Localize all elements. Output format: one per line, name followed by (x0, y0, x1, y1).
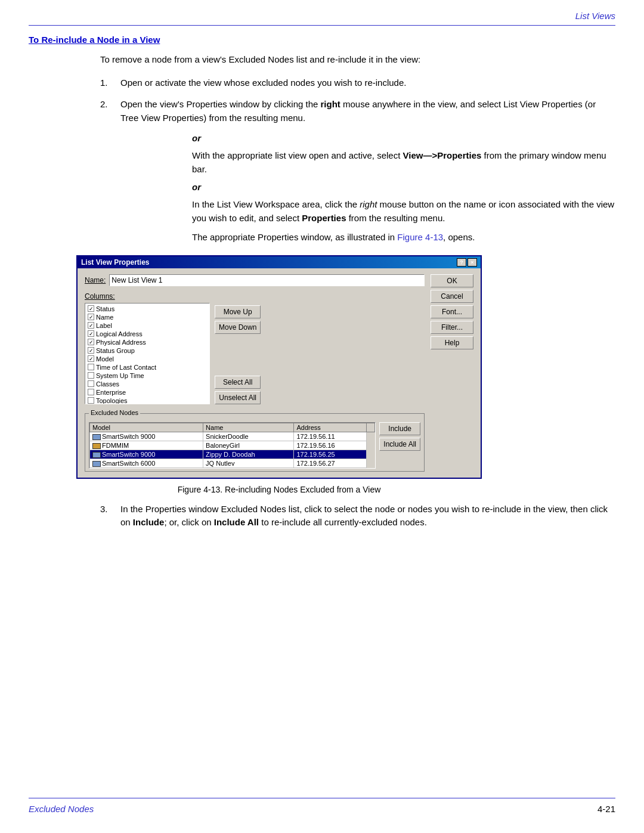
help-titlebar-btn[interactable]: ? (457, 258, 466, 267)
col-checkbox-7[interactable] (88, 364, 94, 370)
dialog-title: List View Properties (81, 258, 150, 267)
name-input[interactable] (109, 274, 425, 286)
excl-addr-0: 172.19.56.11 (294, 432, 367, 441)
columns-list[interactable]: ✓Status✓Name✓Label✓Logical Address✓Physi… (85, 303, 210, 404)
col-label-3: Logical Address (96, 330, 143, 337)
column-item-2[interactable]: ✓Label (86, 321, 208, 330)
col-checkbox-9[interactable] (88, 380, 94, 387)
col-label-10: Enterprise (96, 389, 126, 396)
column-item-0[interactable]: ✓Status (86, 305, 208, 313)
name-row: Name: (85, 274, 425, 286)
sub-text-1: With the appropriate list view open and … (192, 149, 615, 176)
include-button[interactable]: Include (379, 422, 420, 435)
excl-col-scroll (367, 423, 375, 432)
step-3-container: 3. In the Properties window Excluded Nod… (100, 503, 615, 529)
excl-area: Model Name Address SmartSwitch 9000 (89, 422, 420, 469)
titlebar-buttons: ? × (457, 258, 477, 267)
move-up-button[interactable]: Move Up (215, 305, 261, 318)
column-item-6[interactable]: ✓Model (86, 355, 208, 363)
column-item-8[interactable]: System Up Time (86, 371, 208, 380)
font-button[interactable]: Font... (431, 305, 473, 318)
select-all-button[interactable]: Select All (215, 376, 261, 389)
model-icon-1 (92, 443, 101, 449)
col-checkbox-0[interactable]: ✓ (88, 305, 94, 312)
filter-button[interactable]: Filter... (431, 321, 473, 334)
excl-row-1[interactable]: FDMMIMBaloneyGirl172.19.56.16 (90, 441, 375, 450)
model-text-1: FDMMIM (102, 442, 129, 449)
dialog-body: Name: Columns: ✓Status✓Name✓Label✓Logica… (78, 268, 481, 478)
col-checkbox-6[interactable]: ✓ (88, 355, 94, 362)
column-item-7[interactable]: Time of Last Contact (86, 363, 208, 371)
col-checkbox-5[interactable]: ✓ (88, 347, 94, 354)
dialog-titlebar: List View Properties ? × (78, 256, 481, 268)
main-content: To Re-include a Node in a View To remove… (29, 35, 615, 538)
column-item-10[interactable]: Enterprise (86, 388, 208, 397)
figure-caption: Figure 4-13. Re-including Nodes Excluded… (76, 485, 482, 494)
excl-name-1: BaloneyGirl (203, 441, 294, 450)
col-label-4: Physical Address (96, 339, 146, 346)
unselect-all-button[interactable]: Unselect All (215, 391, 261, 404)
step-2-text: Open the view's Properties window by cli… (120, 98, 615, 125)
or-1: or (192, 133, 615, 143)
step-1-text: Open or activate the view whose excluded… (120, 76, 406, 90)
col-label-11: Topologies (96, 397, 128, 404)
or-2: or (192, 182, 615, 192)
excl-col-model: Model (90, 423, 203, 432)
excl-legend: Excluded Nodes (89, 409, 140, 416)
excl-model-0: SmartSwitch 9000 (90, 432, 203, 441)
include-all-button[interactable]: Include All (379, 438, 420, 451)
excl-model-3: SmartSwitch 6000 (90, 459, 203, 467)
excl-model-1: FDMMIM (90, 441, 203, 450)
column-item-4[interactable]: ✓Physical Address (86, 338, 208, 346)
columns-label: Columns: (85, 292, 425, 301)
col-label-0: Status (96, 305, 114, 312)
col-label-5: Status Group (96, 347, 135, 354)
col-label-6: Model (96, 355, 114, 363)
excl-addr-2: 172.19.56.25 (294, 450, 367, 459)
col-checkbox-10[interactable] (88, 389, 94, 395)
excl-row-3[interactable]: SmartSwitch 6000JQ Nutlev172.19.56.27 (90, 459, 375, 467)
name-label: Name: (85, 276, 106, 284)
col-label-2: Label (96, 322, 112, 329)
step-1: 1. Open or activate the view whose exclu… (100, 76, 615, 90)
col-checkbox-2[interactable]: ✓ (88, 322, 94, 329)
col-checkbox-4[interactable]: ✓ (88, 339, 94, 345)
columns-buttons: Move Up Move Down Select All Unselect Al… (215, 303, 261, 404)
help-button[interactable]: Help (431, 336, 473, 349)
excl-col-address: Address (294, 423, 367, 432)
column-item-3[interactable]: ✓Logical Address (86, 330, 208, 338)
step-3-text: In the Properties window Excluded Nodes … (120, 503, 615, 529)
col-checkbox-11[interactable] (88, 397, 94, 404)
excl-name-0: SnickerDoodle (203, 432, 294, 441)
ok-button[interactable]: OK (431, 274, 473, 287)
excl-name-3: JQ Nutlev (203, 459, 294, 467)
section-title: To Re-include a Node in a View (29, 35, 615, 45)
cancel-button[interactable]: Cancel (431, 290, 473, 303)
column-item-5[interactable]: ✓Status Group (86, 346, 208, 355)
model-text-0: SmartSwitch 9000 (102, 433, 155, 440)
step-3-number: 3. (100, 503, 120, 529)
col-label-9: Classes (96, 380, 119, 388)
column-item-11[interactable]: Topologies (86, 397, 208, 404)
step-1-number: 1. (100, 76, 120, 90)
excl-row-2[interactable]: SmartSwitch 9000Zippy D. Doodah172.19.56… (90, 450, 375, 459)
col-checkbox-8[interactable] (88, 372, 94, 379)
column-item-1[interactable]: ✓Name (86, 313, 208, 321)
column-item-9[interactable]: Classes (86, 380, 208, 388)
excl-name-2: Zippy D. Doodah (203, 450, 294, 459)
footer-right: 4-21 (597, 804, 615, 814)
step-2: 2. Open the view's Properties window by … (100, 98, 615, 125)
step-list: 1. Open or activate the view whose exclu… (100, 76, 615, 244)
figure-link[interactable]: Figure 4-13 (397, 232, 443, 242)
excl-row-0[interactable]: SmartSwitch 9000SnickerDoodle172.19.56.1… (90, 432, 375, 441)
close-titlebar-btn[interactable]: × (467, 258, 477, 267)
col-checkbox-1[interactable]: ✓ (88, 314, 94, 320)
figure-ref-text: The appropriate Properties window, as il… (192, 231, 615, 244)
move-down-button[interactable]: Move Down (215, 321, 261, 334)
model-icon-2 (92, 452, 101, 458)
model-icon-0 (92, 434, 101, 440)
excl-addr-1: 172.19.56.16 (294, 441, 367, 450)
excluded-nodes-section: Excluded Nodes Model Name Address (85, 410, 425, 472)
excl-col-name: Name (203, 423, 294, 432)
col-checkbox-3[interactable]: ✓ (88, 330, 94, 337)
